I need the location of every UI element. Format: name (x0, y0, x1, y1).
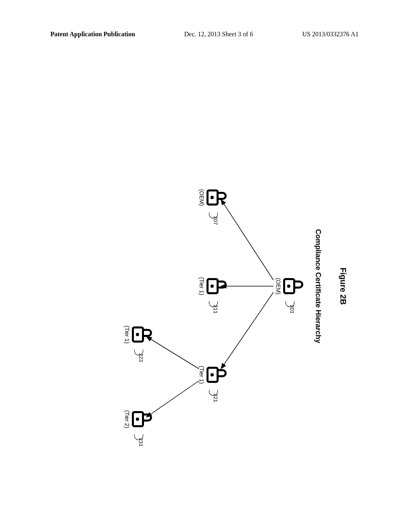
connector-arrows (92, 105, 302, 468)
hierarchy-tree: 201 (OEM) 207 (OEM) 211 (Tier 1) 221 (Ti… (92, 105, 302, 468)
svg-line-4 (146, 337, 199, 369)
node-223: 223 (Tier 1) (124, 318, 146, 351)
header-right: US 2013/0332376 A1 (302, 31, 359, 38)
page-header: Patent Application Publication Dec. 12, … (0, 31, 413, 38)
figure-label: Figure 2B (338, 105, 348, 468)
lock-icon (206, 278, 221, 294)
node-role: (Tier 1) (198, 366, 205, 384)
node-201: 201 (OEM) (275, 270, 298, 302)
svg-line-5 (146, 381, 199, 417)
svg-line-1 (221, 200, 273, 280)
node-role: (Tier 1) (124, 326, 130, 344)
lock-icon (283, 278, 298, 294)
lock-icon (206, 367, 221, 383)
node-role: (OEM) (275, 278, 282, 294)
node-207: 207 (OEM) (198, 181, 221, 214)
figure-container: Figure 2B Compliance Certificate Hierarc… (65, 105, 348, 468)
node-ref: 201 (289, 305, 295, 314)
node-ref: 223 (138, 353, 144, 362)
node-ref: 211 (213, 305, 219, 314)
lock-icon (206, 189, 221, 206)
figure-title: Compliance Certificate Hierarchy (314, 105, 322, 468)
header-left: Patent Application Publication (50, 31, 135, 38)
lock-icon (132, 326, 146, 343)
header-center: Dec. 12, 2013 Sheet 3 of 6 (184, 31, 253, 38)
node-ref: 207 (213, 216, 219, 225)
node-211: 211 (Tier 1) (198, 270, 221, 302)
node-role: (Tier 1) (198, 277, 205, 295)
lock-icon (132, 411, 146, 427)
node-ref: 231 (138, 438, 144, 447)
node-221: 221 (Tier 1) (198, 359, 221, 391)
node-role: (OEM) (198, 189, 205, 206)
node-231: 231 (Tier 2) (124, 403, 146, 435)
node-ref: 221 (213, 393, 219, 402)
node-role: (Tier 2) (124, 410, 130, 428)
svg-line-3 (221, 292, 273, 369)
